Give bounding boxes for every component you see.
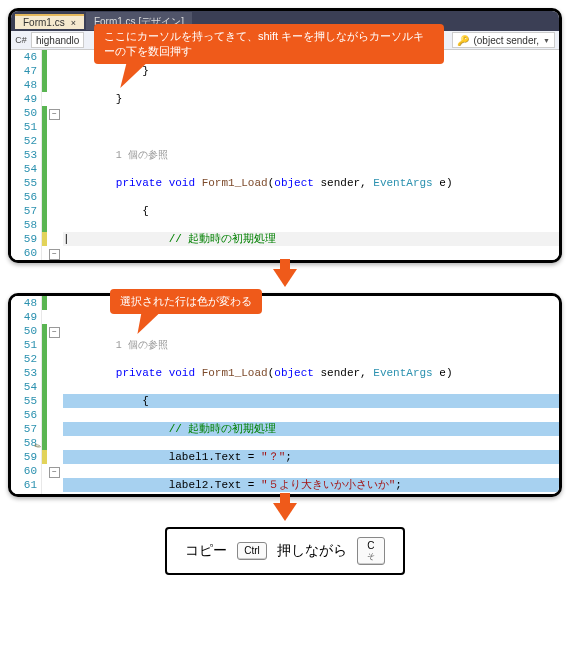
fold-gutter: − − [47, 50, 61, 260]
code-editor-after[interactable]: 4849505152535455565758596061 − − ✎ 1 個の参… [11, 296, 559, 494]
fold-toggle-icon[interactable]: − [49, 327, 60, 338]
shortcut-copy: コピー Ctrl 押しながら Cそ [165, 527, 405, 575]
line-number-gutter: 464748495051525354555657585960 [11, 50, 42, 260]
fold-toggle-icon[interactable]: − [49, 467, 60, 478]
arrow-down-icon [273, 269, 297, 287]
class-dropdown[interactable]: highandlo [31, 32, 84, 48]
key-ctrl: Ctrl [237, 542, 267, 560]
code-panel-after: 4849505152535455565758596061 − − ✎ 1 個の参… [8, 293, 562, 497]
arrow-down-icon [273, 503, 297, 521]
callout-shift-instruction: ここにカーソルを持ってきて、shift キーを押しながらカーソルキーの下を数回押… [94, 24, 444, 64]
line-number-gutter: 4849505152535455565758596061 [11, 296, 42, 494]
fold-toggle-icon[interactable]: − [49, 109, 60, 120]
shortcut-while: 押しながら [277, 542, 347, 560]
code-content[interactable]: 1 個の参照 private void Form1_Load(object se… [61, 296, 559, 494]
fold-gutter: − − ✎ [47, 296, 61, 494]
callout-selection: 選択された行は色が変わる [110, 289, 262, 314]
code-editor-before[interactable]: 464748495051525354555657585960 − − } } 1… [11, 50, 559, 260]
cs-icon: C# [15, 34, 27, 46]
tab-form1-cs[interactable]: Form1.cs× [15, 14, 84, 29]
shortcut-label: コピー [185, 542, 227, 560]
chevron-down-icon: ▼ [543, 37, 550, 44]
close-icon[interactable]: × [71, 18, 76, 28]
member-dropdown[interactable]: 🔑(object sender,▼ [452, 32, 555, 48]
fold-toggle-icon[interactable]: − [49, 249, 60, 260]
key-c: Cそ [357, 537, 385, 565]
